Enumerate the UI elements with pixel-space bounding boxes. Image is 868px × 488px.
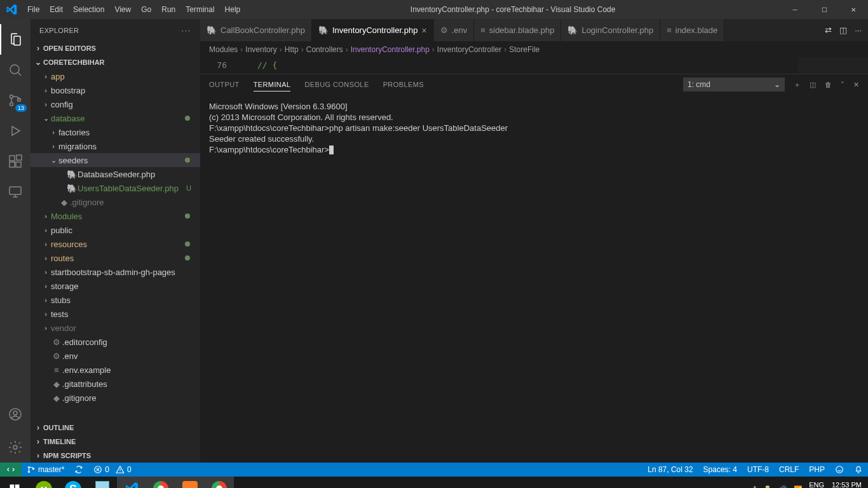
editor-tab[interactable]: 🐘InventoryController.php× bbox=[312, 19, 434, 41]
breadcrumb-item[interactable]: Controllers bbox=[306, 45, 343, 54]
split-editor-icon[interactable]: ◫ bbox=[839, 25, 847, 35]
tree-item[interactable]: ⌄database bbox=[31, 111, 200, 125]
tree-item[interactable]: ›app bbox=[31, 69, 200, 83]
tree-item[interactable]: ›routes bbox=[31, 251, 200, 265]
tree-item[interactable]: ›storage bbox=[31, 279, 200, 293]
tree-item[interactable]: ›public bbox=[31, 223, 200, 237]
tree-item[interactable]: ›stubs bbox=[31, 293, 200, 307]
tree-item[interactable]: ≡.env.example bbox=[31, 363, 200, 377]
breadcrumb-item[interactable]: InventoryController.php bbox=[351, 45, 430, 54]
maximize-button[interactable]: ☐ bbox=[810, 0, 839, 19]
tree-item[interactable]: ⌄seeders bbox=[31, 153, 200, 167]
tree-item[interactable]: ›Modules bbox=[31, 209, 200, 223]
indentation[interactable]: Spaces: 4 bbox=[698, 465, 742, 474]
close-button[interactable]: ✕ bbox=[839, 0, 868, 19]
feedback-icon[interactable] bbox=[830, 465, 849, 474]
taskbar-chrome2-icon[interactable] bbox=[205, 477, 234, 488]
tray-volume-icon[interactable]: 🔊 bbox=[778, 485, 787, 489]
problems-indicator[interactable]: 0 0 bbox=[88, 465, 136, 474]
remote-explorer-icon[interactable] bbox=[0, 177, 31, 207]
taskbar-notepad-icon[interactable] bbox=[88, 477, 117, 488]
tray-lang[interactable]: ENG bbox=[809, 481, 824, 488]
panel-tab-terminal[interactable]: TERMINAL bbox=[254, 78, 291, 92]
section-project[interactable]: ⌄CORETECHBIHAR bbox=[31, 55, 200, 69]
encoding[interactable]: UTF-8 bbox=[742, 465, 774, 474]
tree-item[interactable]: ›config bbox=[31, 97, 200, 111]
tree-item[interactable]: ◆.gitignore bbox=[31, 391, 200, 405]
tree-item[interactable]: ›migrations bbox=[31, 139, 200, 153]
section-timeline[interactable]: ›TIMELINE bbox=[31, 435, 200, 449]
editor-tab[interactable]: ≡index.blade bbox=[660, 19, 724, 41]
accounts-icon[interactable] bbox=[0, 399, 31, 430]
tree-item[interactable]: ⚙.editorconfig bbox=[31, 335, 200, 349]
tray-network-icon[interactable]: 📶 bbox=[794, 485, 803, 489]
explorer-icon[interactable] bbox=[0, 24, 31, 55]
terminal-output[interactable]: Microsoft Windows [Version 6.3.9600](c) … bbox=[200, 95, 868, 463]
taskbar-chrome-icon[interactable] bbox=[146, 477, 175, 488]
start-button[interactable] bbox=[0, 477, 29, 488]
close-tab-icon[interactable]: × bbox=[421, 25, 426, 36]
eol[interactable]: CRLF bbox=[774, 465, 804, 474]
taskbar-vscode-icon[interactable] bbox=[117, 477, 146, 488]
git-branch[interactable]: master* bbox=[22, 465, 69, 474]
breadcrumb-item[interactable]: Modules bbox=[209, 45, 238, 54]
menu-run[interactable]: Run bbox=[156, 5, 180, 14]
cursor-position[interactable]: Ln 87, Col 32 bbox=[642, 465, 698, 474]
tree-item[interactable]: 🐘DatabaseSeeder.php bbox=[31, 167, 200, 181]
tree-item[interactable]: ›startbootstrap-sb-admin-gh-pages bbox=[31, 265, 200, 279]
menu-edit[interactable]: Edit bbox=[44, 5, 68, 14]
tree-item[interactable]: ›vendor bbox=[31, 321, 200, 335]
taskbar-utorrent-icon[interactable]: μ bbox=[29, 477, 58, 488]
section-open-editors[interactable]: ›OPEN EDITORS bbox=[31, 41, 200, 55]
editor-tab[interactable]: ⚙.env bbox=[434, 19, 475, 41]
tray-battery-icon[interactable]: 🔋 bbox=[763, 485, 772, 489]
taskbar-skype-icon[interactable]: S bbox=[58, 477, 88, 488]
split-terminal-icon[interactable]: ◫ bbox=[810, 81, 816, 89]
minimap[interactable] bbox=[798, 57, 868, 74]
editor-tab[interactable]: 🐘LoginController.php bbox=[561, 19, 660, 41]
new-terminal-icon[interactable]: ＋ bbox=[794, 80, 801, 90]
menu-help[interactable]: Help bbox=[220, 5, 246, 14]
menu-view[interactable]: View bbox=[109, 5, 136, 14]
tree-item[interactable]: 🐘UsersTableDataSeeder.phpU bbox=[31, 181, 200, 195]
menu-selection[interactable]: Selection bbox=[68, 5, 109, 14]
git-sync[interactable] bbox=[69, 465, 88, 474]
breadcrumb-item[interactable]: Inventory bbox=[245, 45, 276, 54]
breadcrumb-item[interactable]: InventoryController bbox=[437, 45, 501, 54]
editor-tab[interactable]: ≡sidebar.blade.php bbox=[474, 19, 561, 41]
search-icon[interactable] bbox=[0, 55, 31, 85]
breadcrumb-item[interactable]: StoreFile bbox=[509, 45, 539, 54]
sidebar-more-icon[interactable]: ··· bbox=[182, 27, 191, 34]
editor-tab[interactable]: 🐘CallBookController.php bbox=[200, 19, 312, 41]
notifications-icon[interactable] bbox=[849, 465, 868, 474]
maximize-panel-icon[interactable]: ˄ bbox=[841, 81, 844, 89]
remote-indicator[interactable] bbox=[0, 463, 22, 477]
tree-item[interactable]: ›bootstrap bbox=[31, 83, 200, 97]
compare-icon[interactable]: ⇄ bbox=[825, 25, 832, 35]
settings-gear-icon[interactable] bbox=[0, 432, 31, 463]
more-actions-icon[interactable]: ··· bbox=[855, 25, 862, 35]
tree-item[interactable]: ›tests bbox=[31, 307, 200, 321]
language-mode[interactable]: PHP bbox=[804, 465, 830, 474]
taskbar-xampp-icon[interactable] bbox=[175, 477, 205, 488]
section-npm-scripts[interactable]: ›NPM SCRIPTS bbox=[31, 449, 200, 463]
tray-time[interactable]: 12:53 PM bbox=[831, 481, 862, 488]
code-line[interactable]: // { bbox=[238, 57, 277, 74]
breadcrumb[interactable]: Modules›Inventory›Http›Controllers›Inven… bbox=[200, 41, 868, 57]
panel-tab-problems[interactable]: PROBLEMS bbox=[383, 78, 424, 91]
close-panel-icon[interactable]: ✕ bbox=[853, 81, 859, 89]
tree-item[interactable]: ›resources bbox=[31, 237, 200, 251]
extensions-icon[interactable] bbox=[0, 146, 31, 177]
tree-item[interactable]: ◆.gitattributes bbox=[31, 377, 200, 391]
terminal-select[interactable]: 1: cmd⌄ bbox=[683, 78, 785, 92]
panel-tab-debug-console[interactable]: DEBUG CONSOLE bbox=[304, 78, 369, 91]
section-outline[interactable]: ›OUTLINE bbox=[31, 421, 200, 435]
source-control-icon[interactable]: 13 bbox=[0, 85, 31, 116]
tree-item[interactable]: ◆.gitignore bbox=[31, 195, 200, 209]
run-debug-icon[interactable] bbox=[0, 116, 31, 146]
menu-go[interactable]: Go bbox=[136, 5, 156, 14]
tray-chevron-icon[interactable]: ˄ bbox=[753, 485, 757, 489]
tree-item[interactable]: ›factories bbox=[31, 125, 200, 139]
kill-terminal-icon[interactable]: 🗑 bbox=[825, 81, 832, 88]
menu-terminal[interactable]: Terminal bbox=[180, 5, 219, 14]
